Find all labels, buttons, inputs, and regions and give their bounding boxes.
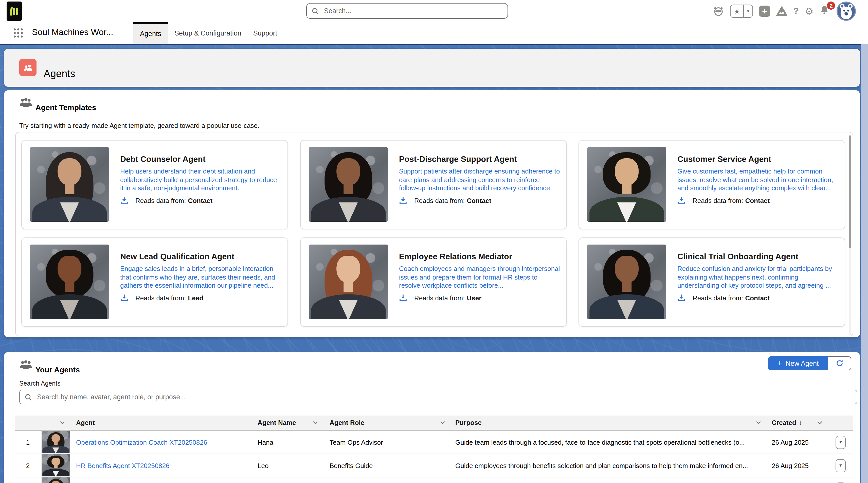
user-avatar[interactable]	[837, 2, 856, 21]
template-reads-row: Reads data from: User	[399, 294, 482, 302]
caret-down-icon: ▼	[839, 463, 843, 468]
reads-data-label: Reads data from:	[135, 197, 186, 204]
agent-name-cell: Leo	[257, 462, 269, 469]
refresh-button[interactable]	[828, 356, 851, 370]
column-header-purpose[interactable]: Purpose	[455, 419, 482, 426]
agent-photo	[41, 431, 70, 453]
reads-data-source: Lead	[188, 294, 203, 302]
template-description[interactable]: Give customers fast, empathetic help for…	[677, 167, 839, 193]
trailhead-icon[interactable]	[776, 6, 787, 16]
column-menu-chevron-icon[interactable]	[817, 421, 823, 424]
app-title: Soul Machines Wor...	[32, 27, 113, 37]
global-search-input[interactable]	[323, 7, 502, 15]
template-title: Post-Discharge Support Agent	[399, 155, 517, 164]
templates-scroll-container: Debt Counselor Agent Help users understa…	[15, 132, 853, 336]
template-reads-row: Reads data from: Contact	[120, 196, 212, 204]
template-description[interactable]: Reduce confusion and anxiety for trial p…	[677, 265, 839, 290]
reads-data-label: Reads data from:	[692, 197, 743, 204]
global-search-box[interactable]	[306, 3, 508, 19]
refresh-icon	[835, 359, 843, 367]
sort-desc-icon: ↓	[799, 419, 802, 426]
caret-down-icon: ▼	[839, 440, 843, 445]
global-header: ★ ▾ + ? ⚙ 2	[0, 0, 868, 22]
column-menu-chevron-icon[interactable]	[756, 421, 761, 424]
new-agent-label: New Agent	[785, 360, 819, 367]
setup-gear-icon[interactable]: ⚙	[805, 6, 813, 16]
tab-agents[interactable]: Agents	[133, 22, 168, 44]
row-number: 1	[15, 438, 40, 446]
app-launcher-icon[interactable]	[14, 28, 23, 37]
page-scrollbar[interactable]	[861, 44, 868, 483]
column-menu-chevron-icon[interactable]	[440, 421, 445, 424]
reads-data-source: Contact	[745, 294, 770, 302]
agent-templates-section: Agent Templates Try starting with a read…	[4, 90, 860, 337]
template-description[interactable]: Help users understand their debt situati…	[120, 167, 281, 193]
agent-role-cell: Benefits Guide	[330, 462, 373, 469]
search-agents-label: Search Agents	[19, 380, 61, 387]
global-actions: ★ ▾ + ? ⚙ 2	[713, 0, 856, 22]
column-header-created[interactable]: Created↓	[772, 419, 802, 426]
template-card-new-lead-qualification[interactable]: New Lead Qualification Agent Engage sale…	[21, 237, 288, 327]
reads-data-label: Reads data from:	[692, 294, 743, 302]
table-row[interactable]: 1 Operations Optimization Coach XT202508…	[15, 431, 853, 454]
column-header-agent-role[interactable]: Agent Role	[330, 419, 364, 426]
template-description[interactable]: Engage sales leads in a brief, personabl…	[120, 265, 281, 290]
download-icon	[399, 196, 407, 204]
help-icon[interactable]: ?	[794, 6, 799, 16]
new-agent-button[interactable]: + New Agent	[768, 356, 828, 370]
download-icon	[399, 294, 407, 302]
favorites-button-group[interactable]: ★ ▾	[730, 5, 753, 18]
soul-machines-logo	[7, 2, 22, 21]
global-actions-icon[interactable]: +	[759, 6, 770, 17]
template-avatar-photo	[587, 147, 666, 222]
template-title: Clinical Trial Onboarding Agent	[677, 252, 798, 261]
favorites-star-icon[interactable]: ★	[731, 5, 743, 17]
reads-data-source: Contact	[745, 197, 770, 204]
page-title: Agents	[43, 68, 75, 80]
agent-name-cell: Hana	[257, 438, 273, 446]
notification-count-badge: 2	[827, 2, 835, 10]
agents-search-input[interactable]	[36, 393, 852, 401]
agent-link[interactable]: HR Benefits Agent XT20250826	[76, 462, 169, 469]
template-description[interactable]: Support patients after discharge ensurin…	[399, 167, 560, 193]
column-header-agent[interactable]: Agent	[76, 419, 95, 426]
column-menu-chevron-icon[interactable]	[313, 421, 318, 424]
table-row[interactable]: 3 Medication Adherence Coach XT20250826 …	[15, 477, 853, 483]
download-icon	[677, 294, 685, 302]
agent-link[interactable]: Operations Optimization Coach XT20250826	[76, 438, 207, 446]
purpose-cell: Guide employees through benefits selecti…	[455, 462, 755, 469]
template-card-employee-relations[interactable]: Employee Relations Mediator Coach employ…	[300, 237, 567, 327]
reads-data-source: Contact	[188, 197, 212, 204]
row-actions-button[interactable]: ▼	[836, 435, 846, 449]
reads-data-source: User	[467, 294, 482, 302]
agents-search-box[interactable]	[19, 390, 857, 404]
template-card-post-discharge[interactable]: Post-Discharge Support Agent Support pat…	[300, 140, 567, 229]
reads-data-source: Contact	[467, 197, 491, 204]
template-description[interactable]: Coach employees and managers through int…	[399, 265, 560, 290]
template-card-customer-service[interactable]: Customer Service Agent Give customers fa…	[579, 140, 845, 229]
einstein-assistant-icon[interactable]	[713, 6, 724, 17]
purpose-cell: Guide team leads through a focused, face…	[455, 438, 755, 446]
favorites-caret-icon[interactable]: ▾	[743, 5, 752, 17]
your-agents-title: Your Agents	[35, 366, 80, 374]
notifications-bell[interactable]: 2	[819, 5, 831, 17]
column-menu-chevron-icon[interactable]	[60, 421, 65, 424]
templates-scrollbar-thumb[interactable]	[849, 136, 851, 248]
template-title: Employee Relations Mediator	[399, 252, 512, 261]
table-row[interactable]: 2 HR Benefits Agent XT20250826 Leo Benef…	[15, 454, 853, 477]
template-reads-row: Reads data from: Contact	[677, 196, 770, 204]
group-people-icon	[19, 360, 32, 369]
reads-data-label: Reads data from:	[414, 294, 465, 302]
search-icon	[25, 394, 32, 401]
main-content: Agents Agent Templates Try starting with…	[0, 44, 868, 483]
template-card-clinical-trial[interactable]: Clinical Trial Onboarding Agent Reduce c…	[579, 237, 845, 327]
template-avatar-photo	[30, 147, 109, 222]
column-header-agent-name[interactable]: Agent Name	[257, 419, 296, 426]
tab-setup-configuration[interactable]: Setup & Configuration	[174, 22, 242, 44]
tab-support[interactable]: Support	[250, 22, 280, 44]
row-actions-button[interactable]: ▼	[836, 459, 846, 472]
template-avatar-photo	[309, 147, 388, 222]
template-reads-row: Reads data from: Contact	[677, 294, 770, 302]
search-icon	[312, 7, 319, 15]
template-card-debt-counselor[interactable]: Debt Counselor Agent Help users understa…	[21, 140, 288, 229]
